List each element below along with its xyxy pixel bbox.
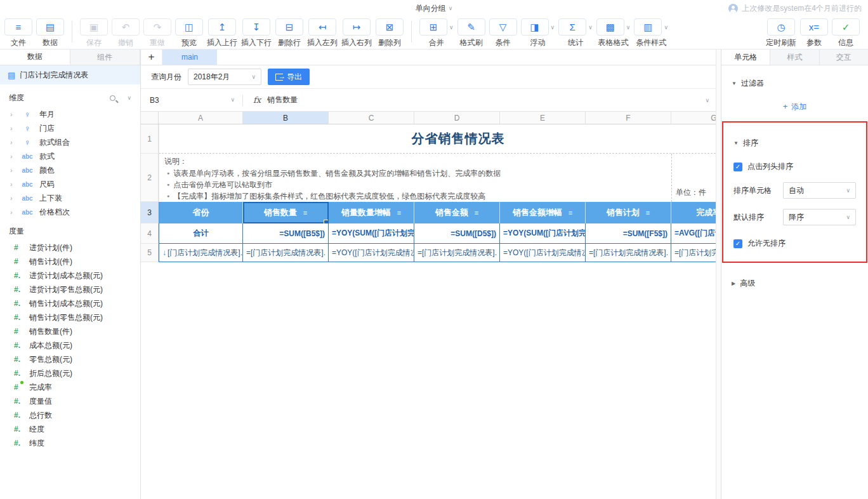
toolbar-button[interactable]: ∨ xyxy=(72,21,72,43)
toolbar-button[interactable]: ◨ ∨ 浮动 xyxy=(521,18,555,48)
toolbar-button[interactable]: ✎ ∨ 格式刷 xyxy=(457,18,485,48)
row-number[interactable]: 2 xyxy=(141,154,159,202)
scrollbar-strip[interactable] xyxy=(716,50,721,499)
toolbar-button[interactable]: ↦ ∨ 插入右列 xyxy=(341,18,372,48)
measure-item[interactable]: # 销售计划(件) xyxy=(0,255,140,269)
title-cell[interactable]: 分省销售情况表 xyxy=(159,124,716,154)
dimension-item[interactable]: › 款式 xyxy=(0,149,140,163)
dimension-item[interactable]: › 款式组合 xyxy=(0,135,140,149)
toolbar-button[interactable]: ▣ ∨ 保存 xyxy=(80,18,108,48)
data-formula-cell[interactable]: ↓ =[门店计划完成情况表]. xyxy=(414,244,500,262)
expand-chevron-icon[interactable]: › xyxy=(10,124,15,132)
chevron-down-icon[interactable]: ∨ xyxy=(551,24,555,30)
expand-chevron-icon[interactable]: › xyxy=(10,166,15,174)
allow-no-sort-checkbox-row[interactable]: ✓ 允许无排序 xyxy=(733,238,856,249)
dimension-item[interactable]: › 价格档次 xyxy=(0,205,140,219)
chevron-down-icon[interactable]: ∨ xyxy=(664,24,668,30)
toolbar-button[interactable]: ▥ ∨ 条件样式 xyxy=(634,18,668,48)
chevron-down-icon[interactable]: ∨ xyxy=(626,24,631,30)
measure-item[interactable]: #. 销售计划成本总额(元) xyxy=(0,296,140,310)
sort-icon[interactable]: ≡ xyxy=(397,209,401,216)
total-formula-cell[interactable]: =YOY(SUM([门店计划完 xyxy=(500,223,586,244)
total-formula-cell[interactable]: =SUM([B5$]) xyxy=(243,223,329,244)
dimension-item[interactable]: › 颜色 xyxy=(0,163,140,177)
advanced-section-header[interactable]: ▶ 高级 xyxy=(732,278,858,289)
table-header-cell[interactable]: 销售金额增幅 ≡ xyxy=(500,202,586,223)
sheet-tab-main[interactable]: main xyxy=(162,50,217,65)
sort-cell-select[interactable]: 自动 ∨ xyxy=(783,182,856,199)
toolbar-button[interactable]: ↷ ∨ 重做 xyxy=(143,18,171,48)
column-header[interactable]: E xyxy=(500,112,586,124)
add-sheet-tab-button[interactable]: + xyxy=(141,50,162,65)
table-header-cell[interactable]: 完成率 ≡ xyxy=(671,202,716,223)
header-sort-checkbox-row[interactable]: ✓ 点击列头排序 xyxy=(733,161,856,172)
toolbar-button[interactable]: ∨ xyxy=(411,21,412,43)
measure-item[interactable]: #. 度量值 xyxy=(0,394,140,408)
table-header-cell[interactable]: 销售数量 ≡ xyxy=(243,202,329,223)
default-sort-select[interactable]: 降序 ∨ xyxy=(783,209,856,225)
search-icon[interactable] xyxy=(110,95,115,101)
column-header[interactable]: G xyxy=(671,112,716,124)
sort-icon[interactable]: ≡ xyxy=(303,209,307,216)
toolbar-button[interactable]: Σ ∨ 统计 xyxy=(558,18,593,48)
row-number[interactable]: 1 xyxy=(141,124,159,154)
checkbox-checked-icon[interactable]: ✓ xyxy=(733,239,742,248)
toolbar-button[interactable]: x= ∨ 参数 xyxy=(800,18,828,48)
expand-chevron-icon[interactable]: › xyxy=(10,110,15,118)
toolbar-button[interactable]: ▩ ∨ 表格格式 xyxy=(596,18,631,48)
data-formula-cell[interactable]: ↓ =[门店计划完成情况表]. xyxy=(586,244,671,262)
filter-section-header[interactable]: ▼ 过滤器 xyxy=(732,78,858,89)
report-mode-dropdown[interactable]: 单向分组 ∨ xyxy=(416,0,453,17)
data-formula-cell[interactable]: ↓ =[门店计划完成情况表]. xyxy=(243,244,329,262)
expand-chevron-icon[interactable]: › xyxy=(10,194,15,202)
formula-input[interactable]: 销售数量 xyxy=(267,95,298,105)
chevron-down-icon[interactable]: ∨ xyxy=(127,95,131,101)
measure-item[interactable]: #. 进货计划零售总额(元) xyxy=(0,283,140,296)
dimension-item[interactable]: › 尺码 xyxy=(0,177,140,191)
toolbar-button[interactable]: ▽ ∨ 条件 xyxy=(489,18,517,48)
export-button[interactable]: 导出 xyxy=(268,69,310,85)
sort-icon[interactable]: ≡ xyxy=(475,209,478,216)
measure-item[interactable]: #. 零售总额(元) xyxy=(0,352,140,366)
total-formula-cell[interactable]: =SUM([D5$]) xyxy=(414,223,500,244)
toolbar-button[interactable]: ✓ ∨ 信息 xyxy=(832,18,860,48)
cell-reference-dropdown[interactable]: B3 ∨ xyxy=(141,96,242,105)
toolbar-button[interactable]: ⊟ ∨ 删除行 xyxy=(275,18,303,48)
toolbar-button[interactable]: ↶ ∨ 撤销 xyxy=(112,18,140,48)
sort-icon[interactable]: ≡ xyxy=(646,209,650,216)
row-number-selected[interactable]: 3 xyxy=(141,202,159,223)
column-header[interactable]: A xyxy=(159,112,243,124)
unit-cell[interactable]: 单位：件 xyxy=(671,154,716,202)
row-number[interactable]: 4 xyxy=(141,223,159,244)
dimension-item[interactable]: › 年月 xyxy=(0,107,140,121)
grid-corner[interactable] xyxy=(141,112,159,124)
dimension-item[interactable]: › 门店 xyxy=(0,121,140,135)
expand-chevron-icon[interactable]: › xyxy=(10,180,15,188)
toolbar-button[interactable]: ↧ ∨ 插入下行 xyxy=(241,18,272,48)
table-header-cell[interactable]: 销售计划 ≡ xyxy=(586,202,671,223)
dimension-item[interactable]: › 上下装 xyxy=(0,191,140,205)
toolbar-button[interactable]: ◷ ∨ 定时刷新 xyxy=(766,18,796,48)
chevron-down-icon[interactable]: ∨ xyxy=(588,24,593,30)
measure-item[interactable]: # 销售数量(件) xyxy=(0,324,140,338)
measure-item[interactable]: #. 折后总额(元) xyxy=(0,366,140,380)
column-header[interactable]: F xyxy=(586,112,671,124)
total-formula-cell[interactable]: 合计 xyxy=(159,223,243,244)
add-filter-button[interactable]: +添加 xyxy=(732,102,858,112)
measure-item[interactable]: #. 总行数 xyxy=(0,408,140,422)
toolbar-button[interactable]: ◫ ∨ 预览 xyxy=(175,18,203,48)
expand-chevron-icon[interactable]: › xyxy=(10,138,15,146)
notes-cell[interactable]: 说明： 该表是单向浮动表，按省分组显示销售数量、销售金额及其对应的增幅和销售计划… xyxy=(159,154,671,202)
total-formula-cell[interactable]: =AVG([门店计 xyxy=(671,223,716,244)
chevron-down-icon[interactable]: ∨ xyxy=(449,24,454,30)
column-header[interactable]: D xyxy=(414,112,500,124)
checkbox-checked-icon[interactable]: ✓ xyxy=(733,163,742,171)
toolbar-button[interactable]: ⊞ ∨ 合并 xyxy=(419,18,454,48)
table-header-cell[interactable]: 销售金额 ≡ xyxy=(414,202,500,223)
toolbar-button[interactable]: ↤ ∨ 插入左列 xyxy=(307,18,338,48)
measure-item[interactable]: #. 进货计划成本总额(元) xyxy=(0,269,140,283)
measure-item[interactable]: # 完成率 xyxy=(0,380,140,394)
toolbar-button[interactable]: ⊠ ∨ 删除列 xyxy=(376,18,404,48)
row-number[interactable]: 5 xyxy=(141,244,159,262)
right-panel-tab[interactable]: 样式 xyxy=(770,50,819,65)
